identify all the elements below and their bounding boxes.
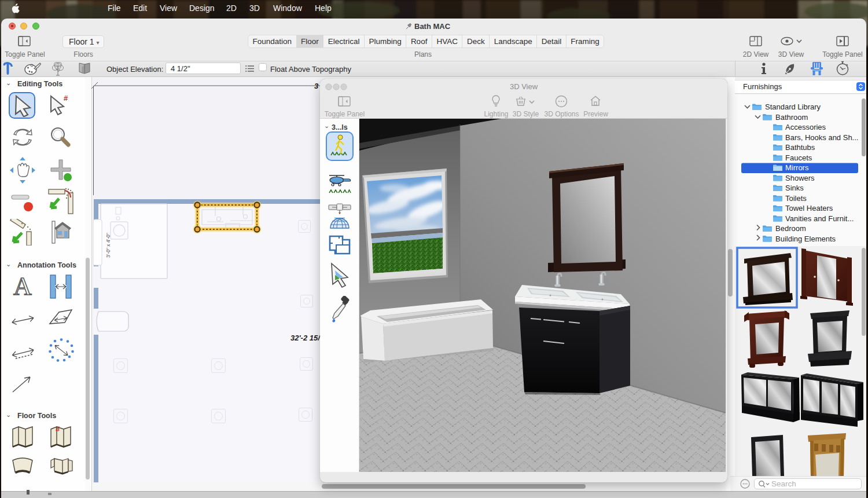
svg-text:A: A [13,274,32,299]
svg-text:#: # [56,424,60,433]
